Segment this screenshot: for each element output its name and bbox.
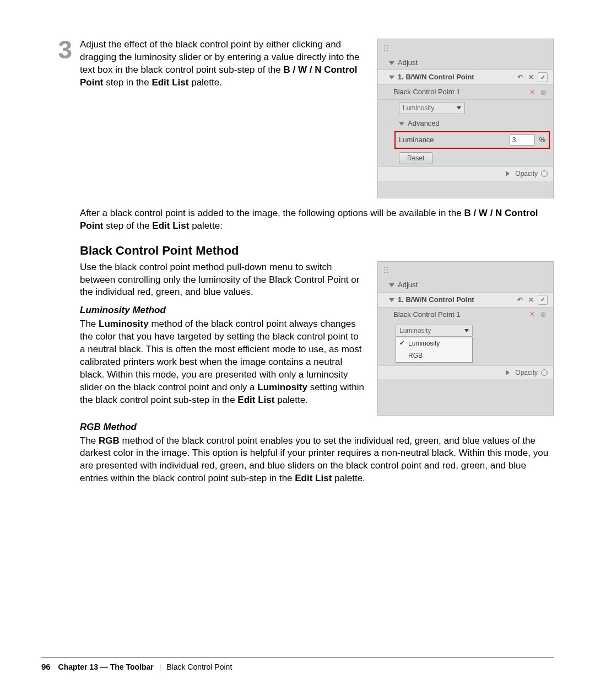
luminance-input[interactable] xyxy=(510,134,535,146)
enable-checkbox[interactable]: ✓ xyxy=(538,295,548,305)
label: 1. B/W/N Control Point xyxy=(398,73,474,81)
bold: Edit List xyxy=(152,77,188,88)
drag-handle-icon[interactable] xyxy=(383,267,389,273)
intro-text: After a black control point is added to … xyxy=(41,207,554,233)
expand-icon xyxy=(389,76,394,79)
bold: Edit List xyxy=(152,220,189,231)
adjust-header[interactable]: Adjust xyxy=(389,280,418,290)
bwn-step-header[interactable]: 1. B/W/N Control Point xyxy=(389,295,474,305)
section-heading: Black Control Point Method xyxy=(41,243,554,259)
drag-handle-icon[interactable] xyxy=(383,45,389,51)
text: palette. xyxy=(188,77,222,88)
chevron-down-icon xyxy=(464,329,469,332)
expand-icon xyxy=(389,298,394,302)
dropdown-list: Luminosity RGB xyxy=(396,337,473,362)
method-dropdown[interactable]: Luminosity xyxy=(396,325,473,337)
luminosity-heading: Luminosity Method xyxy=(80,304,364,317)
reset-button[interactable]: Reset xyxy=(399,152,432,164)
label: Adjust xyxy=(398,281,418,289)
edit-list-panel: Adjust 1. B/W/N Control Point ↶ ✕ ✓ Blac… xyxy=(377,39,554,198)
step-number: 3 xyxy=(52,39,72,89)
edit-list-panel-2: Adjust 1. B/W/N Control Point ↶ ✕ ✓ Blac… xyxy=(377,261,554,416)
step-text: Adjust the effect of the black control p… xyxy=(80,39,364,89)
text: palette. xyxy=(274,395,308,405)
chapter-label: Chapter 13 — The Toolbar xyxy=(58,663,154,671)
target-icon[interactable]: ◎ xyxy=(539,88,548,96)
substep-label: Black Control Point 1 xyxy=(393,87,460,97)
luminance-label: Luminance xyxy=(399,135,434,145)
page-number: 96 xyxy=(41,662,51,671)
opacity-radio[interactable] xyxy=(541,170,548,177)
bold: RGB xyxy=(99,435,120,446)
unit-label: % xyxy=(539,136,545,144)
separator: | xyxy=(159,663,161,671)
bold: Luminosity xyxy=(99,319,149,329)
luminance-highlight: Luminance % xyxy=(394,131,550,149)
dropdown-value: Luminosity xyxy=(399,326,431,335)
text: The xyxy=(80,435,99,446)
text: method of the black control point always… xyxy=(80,319,362,392)
label: 1. B/W/N Control Point xyxy=(398,295,474,304)
expand-icon[interactable] xyxy=(506,370,510,375)
rgb-text: The RGB method of the black control poin… xyxy=(41,435,554,486)
bold: Edit List xyxy=(295,473,332,483)
page-footer: 96 Chapter 13 — The Toolbar | Black Cont… xyxy=(41,658,554,672)
text: palette. xyxy=(332,473,365,483)
opacity-label[interactable]: Opacity xyxy=(515,368,538,377)
expand-icon xyxy=(389,283,394,287)
target-icon[interactable]: ◎ xyxy=(539,310,548,319)
rgb-heading: RGB Method xyxy=(41,421,554,434)
method-intro: Use the black control point method pull-… xyxy=(80,261,364,299)
adjust-header[interactable]: Adjust xyxy=(389,58,418,68)
bwn-step-header[interactable]: 1. B/W/N Control Point xyxy=(389,72,474,82)
luminosity-text: The Luminosity method of the black contr… xyxy=(80,318,364,407)
close-icon[interactable]: ✕ xyxy=(528,310,537,319)
close-icon[interactable]: ✕ xyxy=(528,88,537,96)
text: The xyxy=(80,319,99,329)
text: palette: xyxy=(189,220,223,231)
method-dropdown[interactable]: Luminosity xyxy=(399,102,465,114)
label: Advanced xyxy=(408,119,440,127)
expand-icon xyxy=(389,61,394,65)
dropdown-option-rgb[interactable]: RGB xyxy=(396,349,472,362)
substep-label: Black Control Point 1 xyxy=(393,310,460,320)
expand-icon[interactable] xyxy=(506,171,510,176)
close-icon[interactable]: ✕ xyxy=(527,73,536,82)
opacity-radio[interactable] xyxy=(541,369,548,376)
enable-checkbox[interactable]: ✓ xyxy=(538,72,548,82)
undo-icon[interactable]: ↶ xyxy=(516,73,524,82)
label: Adjust xyxy=(398,58,418,67)
bold: Luminosity xyxy=(257,382,307,392)
dropdown-value: Luminosity xyxy=(403,104,434,112)
expand-icon xyxy=(399,122,404,126)
text: step of the xyxy=(104,220,153,231)
bold: Edit List xyxy=(237,395,274,405)
close-icon[interactable]: ✕ xyxy=(527,295,536,304)
chevron-down-icon xyxy=(457,106,461,110)
section-label: Black Control Point xyxy=(166,663,232,671)
advanced-header[interactable]: Advanced xyxy=(399,119,440,128)
dropdown-option-luminosity[interactable]: Luminosity xyxy=(396,337,472,349)
text: step in the xyxy=(104,77,152,88)
opacity-label[interactable]: Opacity xyxy=(515,169,538,178)
text: After a black control point is added to … xyxy=(80,208,464,218)
undo-icon[interactable]: ↶ xyxy=(516,295,524,304)
